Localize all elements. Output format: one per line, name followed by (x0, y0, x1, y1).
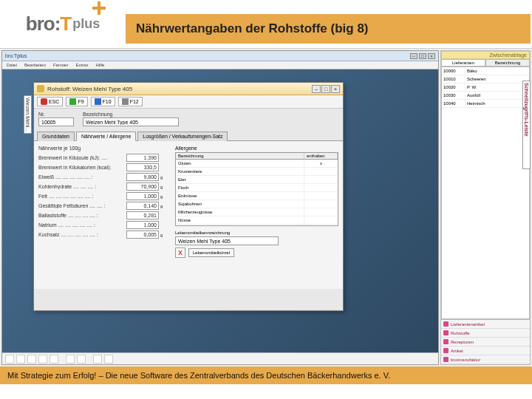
allergen-row[interactable]: Sellerie (176, 225, 338, 226)
menu-item[interactable]: Datei (7, 63, 17, 67)
allergen-heading: Allergene (175, 146, 338, 151)
minimize-icon[interactable]: – (410, 53, 417, 59)
tab-losgroessen[interactable]: Losgrößen / Verkaufsmengen-Satz (137, 132, 228, 141)
nutrition-label: Kochsalz .... .... .... .... .... : (38, 232, 126, 237)
window-titlebar: Rohstoff: Weizen Mehl Type 405 – □ × (34, 83, 343, 95)
nutrition-heading: Nährwerte je 100g (38, 146, 168, 151)
allergen-row[interactable]: Nüsse (176, 216, 338, 225)
taskbar-icon[interactable] (38, 355, 47, 364)
nutrition-label: Kohlenhydrate .... .... .... : (38, 184, 126, 189)
nav-rohstoffe[interactable]: Rohstoffe (441, 329, 530, 338)
lmk-heading: Lebensmittelkennzeichnung (175, 231, 338, 235)
nutrition-label: Brennwert in Kilojoule (kJ): .... (38, 155, 126, 160)
minimize-icon[interactable]: – (312, 85, 321, 93)
nutrition-value[interactable]: 70,900 (126, 183, 159, 191)
rp-tab-lieferanten[interactable]: Lieferanten (441, 59, 485, 66)
allergen-row[interactable]: Krustentiere (176, 168, 338, 176)
supplier-row[interactable]: 10020P. W. (442, 83, 529, 92)
nutrition-value[interactable]: 0,281 (126, 211, 159, 219)
nutrition-value[interactable]: 9,800 (126, 173, 159, 181)
taskbar-icon[interactable] (27, 355, 36, 364)
shortcut-toolbar: ESC F9 F10 F12 (34, 95, 343, 109)
tab-grunddaten[interactable]: Grunddaten (37, 132, 75, 141)
nutrition-row: Natrium .... .... .... .... .... :1,000 (38, 221, 168, 229)
allergen-row[interactable]: Glutenx (176, 160, 338, 168)
nutrition-row: Ballaststoffe .... .... .... .... :0,281 (38, 211, 168, 219)
rp-tab-bezeichnung[interactable]: Bezeichnung (485, 59, 530, 66)
nutrition-value[interactable]: 0,140 (126, 202, 159, 210)
menu-item[interactable]: Extras (75, 63, 88, 67)
nutrition-row: Fett .... .... .... .... .... .... :1,00… (38, 192, 168, 200)
nutrition-value[interactable]: 1,000 (126, 192, 159, 200)
allergen-table[interactable]: Bezeichnung enthalten GlutenxKrustentier… (175, 152, 338, 226)
taskbar-icon[interactable] (77, 355, 86, 364)
close-icon[interactable]: × (428, 53, 435, 59)
lmk-button[interactable]: Lebensmittelkürzel (188, 248, 234, 257)
menu-item[interactable]: Hilfe (95, 63, 104, 67)
supplier-row[interactable]: 10010Scheeren (442, 75, 529, 83)
delete-icon[interactable]: X (175, 248, 185, 258)
supplier-row[interactable]: 10030Ausfüll (442, 92, 529, 100)
close-icon[interactable]: × (331, 85, 340, 93)
allergen-row[interactable]: Milcherzeugnisse (176, 208, 338, 216)
quick-access-panel: Schnellzugriffs-Leiste Zwischenablage Li… (440, 50, 531, 365)
nutrition-value[interactable]: 330,5 (126, 163, 159, 171)
nutrition-row: Brennwert in Kilokalorien (kcal):330,5 (38, 163, 168, 171)
nr-field[interactable] (38, 117, 74, 126)
taskbar-icon[interactable] (16, 355, 25, 364)
clipboard-label[interactable]: Zwischenablage (441, 51, 530, 59)
taskbar-icon[interactable] (50, 355, 58, 364)
folder-icon (443, 339, 449, 344)
app-menubar[interactable]: Datei Bearbeiten Fenster Extras Hilfe (2, 61, 438, 69)
f10-button[interactable]: F10 (91, 97, 115, 106)
supplier-row[interactable]: 10040Heimisch (442, 100, 529, 108)
nutrition-value[interactable]: 1.390 (126, 154, 159, 162)
allergen-row[interactable]: Fisch (176, 184, 338, 192)
menu-item[interactable]: Bearbeiten (24, 63, 46, 67)
rohstoff-window: Rohstoff: Weizen Mehl Type 405 – □ × ESC… (33, 82, 344, 311)
bezeichnung-field[interactable] (83, 117, 179, 126)
taskbar-icon[interactable] (93, 355, 102, 364)
nav-brotmanufaktur[interactable]: brotmanufaktur (441, 355, 530, 364)
folder-icon (443, 348, 449, 353)
maximize-icon[interactable]: □ (321, 85, 330, 93)
nav-rezepturen[interactable]: Rezepturen (441, 338, 530, 347)
nutrition-label: Natrium .... .... .... .... .... : (38, 222, 126, 228)
lmk-field[interactable] (175, 236, 279, 245)
menu-item[interactable]: Fenster (53, 63, 68, 67)
allergen-row[interactable]: Sojabohnen (176, 200, 338, 208)
taskbar-icon[interactable] (104, 355, 113, 364)
window-icon (37, 85, 44, 92)
f12-button[interactable]: F12 (118, 97, 143, 106)
detail-tabs: Grunddaten Nährwerte / Allergene Losgröß… (34, 131, 343, 141)
nutrition-label: Brennwert in Kilokalorien (kcal): (38, 165, 126, 170)
app-taskbar (2, 352, 438, 364)
nutrition-row: Eiweiß .... .... .... .... .... :9,800g (38, 173, 168, 181)
tab-naehrwerte[interactable]: Nährwerte / Allergene (76, 132, 136, 141)
taskbar-icon[interactable] (5, 355, 14, 364)
slide-footer: Mit Strategie zum Erfolg! – Die neue Sof… (0, 366, 532, 384)
nutrition-panel: Nährwerte je 100g Brennwert in Kilojoule… (38, 146, 168, 284)
f9-button[interactable]: F9 (66, 97, 87, 106)
left-doc-tab[interactable]: Weizen Mehl... (24, 95, 32, 134)
nutrition-value[interactable]: 1,000 (126, 221, 159, 229)
brand-logo: bro:Tplus (0, 0, 126, 49)
maximize-icon[interactable]: □ (419, 53, 426, 59)
nutrition-value[interactable]: 0,005 (126, 231, 159, 239)
taskbar-icon[interactable] (66, 355, 75, 364)
nutrition-row: Kochsalz .... .... .... .... .... :0,005… (38, 231, 168, 239)
supplier-list[interactable]: 10000Bäko10010Scheeren10020P. W.10030Aus… (441, 66, 530, 319)
nav-lieferantenartikel[interactable]: Lieferantenartikel (441, 320, 530, 329)
quick-access-handle[interactable]: Schnellzugriffs-Leiste (522, 81, 531, 169)
folder-icon (443, 321, 449, 327)
supplier-row[interactable]: 10000Bäko (442, 67, 529, 75)
esc-button[interactable]: ESC (37, 97, 63, 106)
allergen-row[interactable]: Eier (176, 176, 338, 184)
nutrition-row: Brennwert in Kilojoule (kJ): ....1.390 (38, 154, 168, 162)
allergen-row[interactable]: Erdnüsse (176, 192, 338, 200)
nutrition-label: Ballaststoffe .... .... .... .... : (38, 213, 126, 218)
application-desktop: bro:Tplus – □ × Datei Bearbeiten Fenster… (1, 50, 439, 365)
nav-artikel[interactable]: Artikel (441, 347, 530, 355)
app-titlebar: bro:Tplus – □ × (2, 51, 438, 61)
nr-label: Nr. (38, 112, 74, 117)
